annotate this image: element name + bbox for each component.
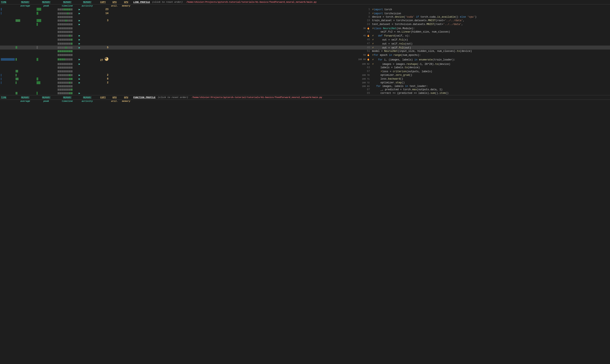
gpu-mem-sub: memory [120, 4, 132, 8]
activity-cell [78, 88, 97, 91]
table-row[interactable]: ▶ 46 ⚡out = self.fc1(x) [0, 38, 610, 41]
col-gpu-util-header[interactable]: GPU [109, 0, 120, 4]
line-profile-title: LINE PROFILE [133, 1, 150, 3]
gpu-mem-cell [120, 30, 132, 34]
mem-tl-cell [57, 46, 78, 50]
top-header-sub-row: average peak timeline activity util. mem… [0, 4, 610, 8]
table-row[interactable]: ▶ 23 1 ⚡import torch [0, 7, 610, 11]
gpu-util-cell [109, 73, 120, 77]
line-profile-section-header[interactable]: LINE PROFILE (click to reset order) /hom… [132, 0, 610, 4]
gpu-mem-cell [120, 88, 132, 91]
line-number: 63 [367, 66, 370, 69]
gpu-mem-cell [120, 34, 132, 38]
mem-tl-cell [57, 23, 78, 26]
table-row[interactable]: ▶ 14 3 ⚡import torchvision [0, 11, 610, 15]
mem-peak-cell [36, 66, 57, 69]
table-row[interactable]: ▶ 27 166 60 🔥 ⚡for i, (images, labels) i… [0, 57, 610, 62]
gpu-util-cell [109, 91, 120, 95]
profiler-table: TIME MEMORY MEMORY MEMORY MEMORY COPY GP… [0, 0, 610, 103]
table-row[interactable]: 67 ⚡loss = criterion(outputs, labels) [0, 69, 610, 73]
mem-peak-cell [36, 77, 57, 81]
bottom-col-time-header[interactable]: TIME [0, 95, 15, 100]
mem-peak-cell [36, 53, 57, 57]
copy-cell [97, 66, 109, 69]
activity-cell: ▶ [78, 46, 97, 50]
line-prefix: 59 🔥 [363, 54, 370, 56]
line-prefix: 45 🔥 [363, 35, 370, 37]
function-profile-section-header[interactable]: FUNCTION PROFILE (click to reset order) … [132, 95, 610, 100]
table-row[interactable]: ▶ 8 166 71 loss.backward() [0, 77, 610, 81]
table-row[interactable]: 51 model = NeuralNet(input_size, hidden_… [0, 50, 610, 53]
lineno-cell: 166 62 [132, 62, 371, 66]
table-row[interactable]: ▶ 45 🔥 ⚡def forward(self, x): [0, 34, 610, 38]
mem-avg-cell [15, 41, 36, 46]
mem-avg-cell [15, 53, 36, 57]
mem-avg-cell [15, 62, 36, 66]
gpu-util-cell [109, 7, 120, 11]
lineno-cell: 63 [132, 66, 371, 69]
bottom-col-mem-avg-header[interactable]: MEMORY [15, 95, 36, 100]
col-time-header[interactable]: TIME [0, 0, 15, 4]
col-mem-act-header[interactable]: MEMORY [78, 0, 97, 4]
bottom-col-mem-tl-header[interactable]: MEMORY [57, 95, 78, 100]
mem-avg-cell [15, 88, 36, 91]
activity-cell [78, 26, 97, 30]
time-bar-cell [0, 23, 15, 26]
table-row[interactable]: ▶ 47 ⚡out = self.relu(out) [0, 41, 610, 46]
activity-cell: ▶ [78, 57, 97, 62]
col-mem-avg-header[interactable]: MEMORY [15, 0, 36, 4]
mem-tl-cell [57, 11, 78, 15]
bottom-col-mem-peak-header[interactable]: MEMORY [36, 95, 57, 100]
mem-tl-cell [57, 69, 78, 73]
table-row[interactable]: ▶ 2 166 70 optimizer.zero_grad() [0, 73, 610, 77]
activity-cell [78, 53, 97, 57]
table-row[interactable]: ▶ 5 48 ⚡out = self.fc2(out) [0, 46, 610, 50]
bottom-col-mem-act-header[interactable]: MEMORY [78, 95, 97, 100]
mem-avg-sub: average [15, 4, 36, 8]
bottom-col-gpu-util-header[interactable]: GPU [109, 95, 120, 100]
gpu-util-cell [109, 19, 120, 23]
line-prefix: 166 70 [362, 74, 370, 77]
time-bar-cell [0, 73, 15, 77]
activity-cell: ▶ [78, 23, 97, 26]
table-row[interactable]: 8 device = torch.device('cuda' if torch.… [0, 15, 610, 19]
table-row[interactable]: 166 83 for images, labels in test_loader… [0, 85, 610, 88]
gpu-mem-cell [120, 26, 132, 30]
time-bar-cell [0, 57, 15, 62]
code-cell: ⚡images = images.reshape(-1, 28*28).to(d… [371, 62, 610, 66]
mem-act-sub: activity [78, 4, 97, 8]
mem-tl-cell [57, 38, 78, 41]
table-row[interactable]: 63 labels = labels.to(device) [0, 66, 610, 69]
code-cell: loss.backward() [371, 77, 610, 81]
copy-cell [97, 41, 109, 46]
activity-cell [78, 50, 97, 53]
table-row[interactable]: 38 🔥 ⚡class NeuralNet(nn.Module): [0, 26, 610, 30]
activity-cell: ▶ [78, 81, 97, 85]
table-row[interactable]: ▶ 3 19 train_dataset = torchvision.datas… [0, 19, 610, 23]
bottom-col-copy-header[interactable]: COPY [97, 95, 109, 100]
gpu-mem-cell [120, 53, 132, 57]
mem-peak-cell [36, 15, 57, 19]
copy-cell [97, 15, 109, 19]
table-row[interactable]: 59 🔥 ⚡for epoch in range(num_epochs): [0, 53, 610, 57]
code-cell: ⚡import torch [371, 7, 610, 11]
mem-tl-cell [57, 85, 78, 88]
mem-tl-cell [57, 7, 78, 11]
gpu-mem-cell [120, 38, 132, 41]
table-row[interactable]: ▶ 24 test_dataset = torchvision.datasets… [0, 23, 610, 26]
table-row[interactable]: ▶ 166 62 ⚡images = images.reshape(-1, 28… [0, 62, 610, 66]
col-mem-peak-header[interactable]: MEMORY [36, 0, 57, 4]
col-copy-header[interactable]: COPY [97, 0, 109, 4]
gpu-util-cell [109, 30, 120, 34]
bottom-header-row: TIME MEMORY MEMORY MEMORY MEMORY COPY GP… [0, 95, 610, 100]
table-row[interactable]: 43 self.fc2 = nn.Linear(hidden_size, num… [0, 30, 610, 34]
col-gpu-mem-header[interactable]: GPU [120, 0, 132, 4]
table-row[interactable]: ▶ 89 correct += (predicted == labels).su… [0, 91, 610, 95]
table-row[interactable]: ▶ 2 166 72 optimizer.step() [0, 81, 610, 85]
gpu-mem-cell [120, 62, 132, 66]
gpu-mem-cell [120, 11, 132, 15]
col-mem-tl-header[interactable]: MEMORY [57, 0, 78, 4]
copy-cell [97, 91, 109, 95]
table-row[interactable]: 87 _, predicted = torch.max(outputs.data… [0, 88, 610, 91]
bottom-col-gpu-mem-header[interactable]: GPU [120, 95, 132, 100]
